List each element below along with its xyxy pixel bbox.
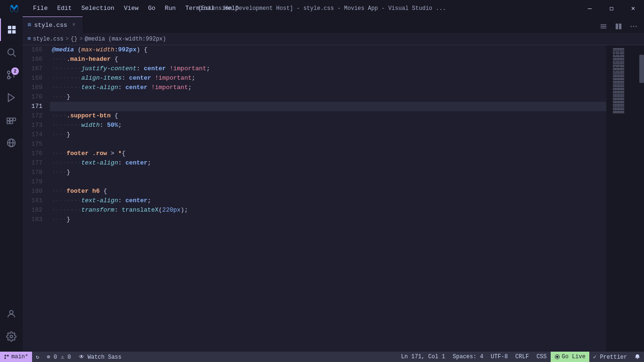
activity-remote-explorer[interactable] [0, 132, 23, 154]
window-controls: — ◻ ✕ [579, 0, 644, 16]
tab-style-css[interactable]: ≡ style.css × [23, 16, 83, 33]
code-line-172: ····.support-btn { [50, 111, 606, 121]
code-line-182: ········transform: translateX(220px); [50, 206, 606, 215]
status-spaces[interactable]: Spaces: 4 [449, 352, 487, 362]
status-notifications[interactable] [631, 352, 644, 362]
line-num-176: 176 [23, 149, 46, 158]
source-control-badge: 2 [11, 67, 19, 75]
code-line-173: ········width: 50%; [50, 121, 606, 130]
line-num-171: 171 [23, 102, 46, 111]
activity-source-control[interactable]: 2 [0, 64, 23, 86]
code-content[interactable]: @media (max-width:992px) { ····.main-hea… [50, 45, 606, 352]
warnings-label: ⚠ 0 [61, 354, 71, 361]
line-num-173: 173 [23, 121, 46, 130]
activity-run-debug[interactable] [0, 86, 23, 109]
code-line-170: ····} [50, 92, 606, 102]
breadcrumb-sep2: > [79, 36, 83, 42]
tab-label: style.css [34, 22, 67, 29]
code-line-171 [50, 102, 606, 111]
breadcrumb-sep1: > [66, 36, 69, 42]
code-line-179 [50, 177, 606, 187]
menu-view[interactable]: View [119, 3, 143, 14]
menu-selection[interactable]: Selection [76, 3, 119, 14]
svg-rect-0 [8, 26, 11, 29]
code-line-177: ········text-align: center; [50, 158, 606, 168]
line-num-170: 170 [23, 92, 46, 102]
svg-point-30 [5, 358, 6, 359]
breadcrumb-media[interactable]: @media (max-width:992px) [84, 36, 166, 42]
line-num-166: 166 [23, 55, 46, 64]
app-logo [0, 4, 28, 13]
svg-point-4 [8, 49, 14, 55]
activity-explorer[interactable] [0, 18, 23, 41]
activity-accounts[interactable] [0, 303, 23, 325]
line-numbers: 165 166 167 168 169 170 171 172 173 174 … [23, 45, 50, 352]
svg-rect-10 [7, 118, 10, 121]
minimize-button[interactable]: — [579, 0, 601, 16]
status-sync[interactable]: ↻ [32, 352, 43, 362]
editor-area: ≡ style.css × ≡ style.css > {} [23, 16, 644, 352]
status-encoding[interactable]: UTF-8 [487, 352, 512, 362]
line-num-167: 167 [23, 64, 46, 74]
branch-label: main* [11, 354, 28, 360]
svg-point-19 [10, 335, 13, 338]
code-editor[interactable]: 165 166 167 168 169 170 171 172 173 174 … [23, 45, 644, 352]
status-golive[interactable]: Go Live [551, 352, 589, 362]
line-num-178: 178 [23, 168, 46, 177]
more-actions-button[interactable] [627, 20, 640, 33]
tab-actions [597, 20, 644, 33]
svg-rect-12 [13, 118, 16, 121]
spaces-label: Spaces: 4 [453, 354, 483, 360]
activity-extensions[interactable] [0, 109, 23, 132]
svg-marker-9 [8, 94, 15, 102]
code-line-176: ····footer .row > *{ [50, 149, 606, 158]
svg-line-5 [13, 54, 16, 57]
activity-search[interactable] [0, 41, 23, 64]
line-num-177: 177 [23, 158, 46, 168]
line-num-174: 174 [23, 130, 46, 140]
status-errors[interactable]: ⊗ 0 ⚠ 0 [43, 352, 74, 362]
tab-close-button[interactable]: × [70, 21, 78, 29]
code-line-174: ····} [50, 130, 606, 140]
svg-rect-22 [601, 28, 606, 29]
breadcrumb-file[interactable]: style.css [33, 36, 64, 42]
prettier-label: ✓ Prettier [593, 354, 627, 361]
code-line-181: ········text-align: center; [50, 196, 606, 206]
svg-point-32 [556, 356, 558, 358]
menu-file[interactable]: File [28, 3, 52, 14]
open-editors-button[interactable] [597, 20, 610, 33]
errors-label: ⊗ 0 [47, 354, 57, 361]
svg-rect-3 [12, 30, 16, 33]
breadcrumb-block-icon: {} [71, 36, 77, 42]
svg-rect-1 [12, 26, 16, 29]
code-line-165: @media (max-width:992px) { [50, 45, 606, 55]
tab-file-icon: ≡ [27, 21, 31, 29]
code-line-169: ········text-align: center !important; [50, 83, 606, 92]
menu-run[interactable]: Run [160, 3, 180, 14]
menu-go[interactable]: Go [143, 3, 160, 14]
status-watch-sass[interactable]: 👁 Watch Sass [75, 352, 125, 362]
scrollbar-thumb[interactable] [639, 55, 644, 83]
code-line-175 [50, 140, 606, 149]
activity-settings[interactable] [0, 325, 23, 348]
line-num-169: 169 [23, 83, 46, 92]
tab-bar: ≡ style.css × [23, 16, 644, 33]
encoding-label: UTF-8 [491, 354, 508, 360]
maximize-button[interactable]: ◻ [601, 0, 622, 16]
minimap: ████████████████████ ███████████████████… [606, 45, 644, 352]
close-button[interactable]: ✕ [622, 0, 644, 16]
watch-sass-label: 👁 Watch Sass [79, 354, 122, 361]
split-editor-button[interactable] [612, 20, 625, 33]
menu-edit[interactable]: Edit [52, 3, 76, 14]
status-position[interactable]: Ln 171, Col 1 [397, 352, 449, 362]
scrollbar-track[interactable] [639, 45, 644, 352]
status-line-endings[interactable]: CRLF [512, 352, 533, 362]
line-num-175: 175 [23, 140, 46, 149]
code-lines: @media (max-width:992px) { ····.main-hea… [50, 45, 606, 224]
status-prettier[interactable]: ✓ Prettier [589, 352, 631, 362]
status-language[interactable]: CSS [533, 352, 551, 362]
status-branch[interactable]: main* [0, 352, 32, 362]
breadcrumb-file-icon: ≡ [27, 35, 31, 42]
code-line-168: ········align-items: center !important; [50, 74, 606, 83]
svg-rect-24 [619, 24, 621, 29]
